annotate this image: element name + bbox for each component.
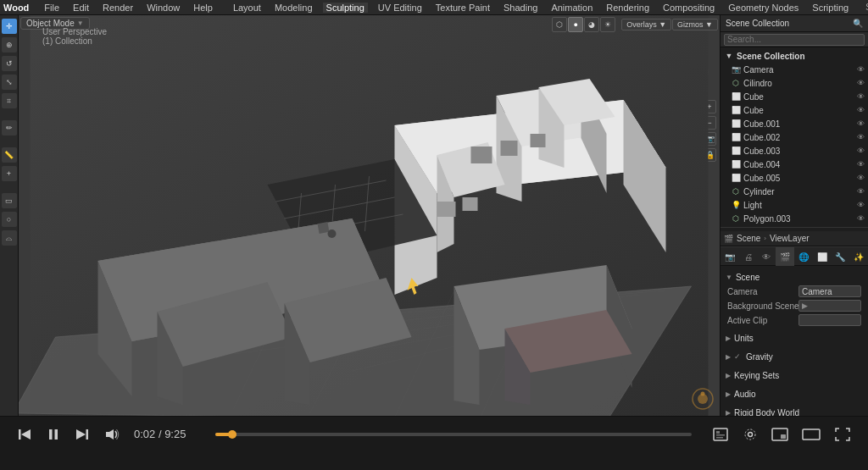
tree-item-cilindro[interactable]: ⬡ Cilindro 👁	[727, 76, 868, 90]
tab-texture-paint[interactable]: Texture Paint	[432, 3, 493, 13]
tool-annotate[interactable]: ✏	[2, 120, 17, 135]
scene-section-header[interactable]: ▼ Scene	[724, 269, 865, 285]
viewlayer-breadcrumb[interactable]: ViewLayer	[770, 234, 810, 243]
tree-item-cube2[interactable]: ⬜ Cube 👁	[727, 103, 868, 117]
tab-uv-editing[interactable]: UV Editing	[375, 3, 426, 13]
pause-button[interactable]	[46, 427, 61, 442]
tree-cube003-eye[interactable]: 👁	[857, 147, 865, 155]
tree-polygon003-icon: ⬡	[731, 214, 741, 223]
tree-polygon003-eye[interactable]: 👁	[857, 214, 865, 223]
skip-forward-button[interactable]	[75, 427, 90, 442]
scene-collection-filter-icon[interactable]: 🔍	[853, 19, 863, 28]
tool-select-circle[interactable]: ○	[2, 212, 17, 227]
progress-bar-thumb[interactable]	[228, 430, 236, 439]
tab-shading[interactable]: Shading	[500, 3, 541, 13]
tree-item-cylinder[interactable]: ⬡ Cylinder 👁	[727, 185, 868, 198]
prop-tab-view[interactable]: 👁	[758, 247, 776, 266]
tab-animation[interactable]: Animation	[548, 3, 596, 13]
tree-light-eye[interactable]: 👁	[857, 201, 865, 209]
tree-item-polygon003[interactable]: ⬡ Polygon.003 👁	[727, 212, 868, 225]
tool-move[interactable]: ⊕	[2, 37, 17, 53]
tree-item-cube001[interactable]: ⬜ Cube.001 👁	[727, 117, 868, 130]
menu-help[interactable]: Help	[190, 3, 216, 13]
prop-tab-particles[interactable]: ✨	[849, 247, 868, 266]
gravity-checkbox[interactable]: ✓	[734, 352, 741, 361]
skip-back-button[interactable]	[17, 427, 32, 442]
scene-collection-header: Scene Collection 🔍	[721, 15, 868, 32]
tab-compositing[interactable]: Compositing	[659, 3, 718, 13]
tab-modeling[interactable]: Modeling	[271, 3, 316, 13]
bg-scene-value[interactable]: ▶	[798, 300, 861, 312]
tree-cube004-eye[interactable]: 👁	[857, 160, 865, 169]
tab-scripting[interactable]: Scripting	[809, 3, 852, 13]
shading-material-btn[interactable]: ◕	[584, 17, 599, 32]
tree-camera-eye[interactable]: 👁	[857, 65, 865, 74]
pip-button[interactable]	[771, 427, 788, 442]
tree-cube004-icon: ⬜	[731, 160, 741, 169]
prop-tab-scene[interactable]: 🎬	[776, 247, 794, 266]
tree-scene-collection[interactable]: ▼ Scene Collection	[721, 49, 868, 63]
tab-rendering[interactable]: Rendering	[603, 3, 653, 13]
viewport[interactable]: Object Mode ▼ User Perspective (1) Colle…	[19, 15, 720, 416]
prop-tab-modifier[interactable]: 🔧	[832, 247, 850, 266]
tree-item-cube004[interactable]: ⬜ Cube.004 👁	[727, 158, 868, 171]
tree-cube005-eye[interactable]: 👁	[857, 174, 865, 182]
prop-tab-world[interactable]: 🌐	[794, 247, 813, 266]
keying-sets-header[interactable]: ▶ Keying Sets	[724, 368, 865, 383]
tree-cube004-label: Cube.004	[743, 160, 780, 169]
tree-cube001-eye[interactable]: 👁	[857, 119, 865, 128]
shading-render-btn[interactable]: ☀	[600, 17, 615, 32]
overlay-btn[interactable]: Overlays ▼	[621, 19, 671, 30]
active-clip-value[interactable]	[798, 314, 861, 326]
gizmos-btn[interactable]: Gizmos ▼	[672, 19, 718, 30]
tree-item-cube002[interactable]: ⬜ Cube.002 👁	[727, 130, 868, 144]
tree-cube002-eye[interactable]: 👁	[857, 133, 865, 141]
theater-mode-button[interactable]	[802, 427, 821, 442]
prop-tab-output[interactable]: 🖨	[739, 247, 758, 266]
tool-rotate[interactable]: ↺	[2, 56, 17, 71]
properties-panel: 📷 🖨 👁 🎬 🌐 ⬜ 🔧 ✨ ▼ Scene Camer	[721, 246, 868, 416]
rigid-body-header[interactable]: ▶ Rigid Body World	[724, 405, 865, 416]
scene-search-input[interactable]	[724, 34, 865, 46]
settings-button[interactable]	[743, 427, 758, 442]
fullscreen-toggle-btn[interactable]	[712, 427, 729, 442]
viewlayer-bar: 🎬 Scene › ViewLayer	[721, 231, 868, 246]
tool-select-box[interactable]: ▭	[2, 193, 17, 208]
progress-bar[interactable]	[215, 433, 692, 436]
tool-select-lasso[interactable]: ⌓	[2, 230, 17, 246]
tool-add[interactable]: +	[2, 166, 17, 181]
tab-sculpting[interactable]: Sculpting	[323, 3, 368, 13]
gravity-section-header[interactable]: ▶ ✓ Gravity	[724, 349, 865, 364]
tree-item-cube005[interactable]: ⬜ Cube.005 👁	[727, 171, 868, 185]
tree-cube1-eye[interactable]: 👁	[857, 92, 865, 101]
shading-solid-btn[interactable]: ●	[568, 17, 583, 32]
menu-render[interactable]: Render	[99, 3, 136, 13]
tab-layout[interactable]: Layout	[230, 3, 264, 13]
tool-cursor[interactable]: ✛	[2, 19, 17, 34]
audio-section-header[interactable]: ▶ Audio	[724, 386, 865, 401]
menu-file[interactable]: File	[41, 3, 63, 13]
tool-scale[interactable]: ⤡	[2, 75, 17, 90]
tab-geometry-nodes[interactable]: Geometry Nodes	[725, 3, 802, 13]
tree-cube2-eye[interactable]: 👁	[857, 106, 865, 114]
units-section-header[interactable]: ▶ Units	[724, 330, 865, 346]
camera-prop-value[interactable]: Camera	[798, 285, 861, 297]
volume-button[interactable]	[103, 427, 120, 442]
prop-tab-render[interactable]: 📷	[721, 247, 739, 266]
tree-item-camera[interactable]: 📷 Camera 👁	[727, 63, 868, 76]
tool-transform[interactable]: ⌗	[2, 93, 17, 108]
shading-wireframe-btn[interactable]: ⬡	[552, 17, 567, 32]
tree-item-cube1[interactable]: ⬜ Cube 👁	[727, 90, 868, 103]
scene-breadcrumb[interactable]: Scene	[737, 234, 760, 243]
tool-measure[interactable]: 📏	[2, 147, 17, 163]
scene-section-arrow: ▼	[726, 274, 732, 281]
tree-item-cube003[interactable]: ⬜ Cube.003 👁	[727, 144, 868, 158]
tree-cilindro-eye[interactable]: 👁	[857, 79, 865, 87]
prop-tab-object[interactable]: ⬜	[813, 247, 832, 266]
tree-cube001-icon: ⬜	[731, 119, 741, 128]
menu-window[interactable]: Window	[143, 3, 183, 13]
fullscreen-button[interactable]	[834, 427, 851, 442]
menu-edit[interactable]: Edit	[70, 3, 92, 13]
tree-item-light[interactable]: 💡 Light 👁	[727, 198, 868, 212]
tree-cylinder-eye[interactable]: 👁	[857, 187, 865, 196]
